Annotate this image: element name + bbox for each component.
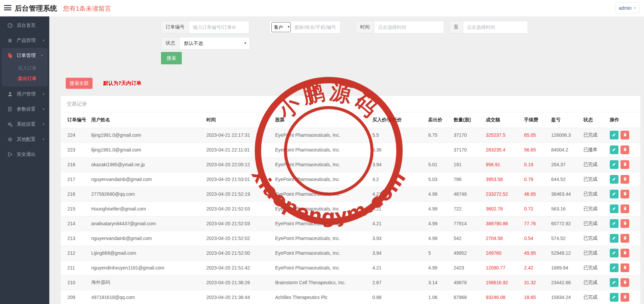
cell-stock: EyePoint Pharmaceuticals, Inc.: [275, 201, 372, 216]
delete-button[interactable]: [621, 263, 629, 272]
cell-status: 已完成: [583, 187, 610, 201]
edit-icon: [612, 265, 616, 271]
delete-icon: [623, 295, 627, 300]
delete-icon: [623, 191, 627, 197]
delete-button[interactable]: [621, 175, 629, 184]
edit-button[interactable]: [610, 190, 619, 198]
cell-qty: 87968: [453, 290, 486, 304]
trade-records-panel: 交易记录 订单编号用户姓名时间股票买入价/委托价卖出价数量(股)成交额手续费盈亏…: [60, 96, 641, 304]
chevron-right-icon: [42, 123, 45, 126]
delete-button[interactable]: [621, 160, 629, 169]
cell-sell: 5: [428, 246, 454, 260]
admin-dropdown[interactable]: admin ▾: [615, 2, 639, 13]
cell-id: 209: [61, 290, 91, 304]
sidebar-subitem-卖出订单[interactable]: 卖出订单: [2, 73, 48, 84]
delete-icon: [623, 162, 627, 167]
column-header: 数量(股): [453, 112, 486, 128]
chevron-down-icon: ▾: [634, 6, 636, 10]
cell-id: 215: [61, 201, 91, 216]
filter-row-1: 订单编号 客户 ▾ 时间 至: [161, 21, 644, 34]
sidebar-item-安全退出[interactable]: 安全退出: [0, 147, 49, 162]
delete-icon: [623, 132, 627, 138]
table-row: 210海外源码2023-04-20 21:38:26Brainstorm Cel…: [61, 275, 640, 290]
svg-text:Ƀ: Ƀ: [8, 38, 12, 43]
cell-name: Huunghiseller@gmail.com: [91, 201, 206, 216]
cell-status: 已完成: [583, 172, 610, 187]
delete-button[interactable]: [621, 131, 629, 139]
customer-type-select[interactable]: 客户: [271, 22, 291, 32]
sidebar-item-系统设置[interactable]: 系统设置: [0, 117, 49, 132]
delete-button[interactable]: [621, 278, 629, 287]
cell-fee: 77.76: [524, 216, 551, 231]
cell-amount: 2704.58: [486, 231, 524, 246]
search-button[interactable]: 搜索: [161, 52, 182, 64]
cell-buy: 2.67: [372, 275, 428, 290]
hamburger-menu-icon[interactable]: [4, 5, 11, 11]
edit-button[interactable]: [610, 249, 619, 257]
edit-button[interactable]: [610, 131, 619, 139]
cell-qty: 191: [453, 157, 486, 172]
cell-qty: 49878: [453, 275, 486, 290]
edit-button[interactable]: [610, 204, 619, 213]
cell-ops: [610, 260, 640, 275]
edit-button[interactable]: [610, 160, 619, 169]
cell-id: 210: [61, 275, 91, 290]
delete-button[interactable]: [621, 249, 629, 257]
time-to-input[interactable]: [463, 21, 530, 33]
filter-row-2: 状态 默认不选 ▾: [161, 37, 644, 50]
search-all-button[interactable]: 搜索全部: [66, 78, 93, 89]
cell-profit: 23442.66: [551, 275, 583, 290]
delete-button[interactable]: [621, 190, 629, 198]
delete-button[interactable]: [621, 293, 629, 302]
delete-button[interactable]: [621, 145, 629, 154]
unread-message-notice[interactable]: 您有1条未读留言: [63, 4, 111, 13]
cell-qty: 46748: [453, 187, 486, 201]
sidebar-item-用户管理[interactable]: 用户管理: [0, 86, 49, 102]
cell-stock: EyePoint Pharmaceuticals, Inc.: [275, 187, 372, 201]
sidebar-item-订单管理[interactable]: 订单管理: [2, 48, 48, 63]
cell-amount: 12090.77: [486, 260, 524, 275]
table-row: 212Lijing668@gmail.com2023-04-20 21:52:0…: [61, 246, 640, 260]
cell-id: 216: [61, 187, 91, 201]
sidebar-subitem-买入订单[interactable]: 买入订单: [2, 63, 48, 73]
sidebar-item-参数设置[interactable]: 参数设置: [0, 102, 49, 117]
cell-status: 已完成: [583, 216, 610, 231]
column-header: 用户姓名: [91, 112, 206, 128]
chevron-right-icon: [42, 138, 45, 141]
edit-button[interactable]: [610, 263, 619, 272]
delete-icon: [623, 236, 627, 241]
cell-ops: [610, 128, 640, 142]
sidebar-item-后台首页[interactable]: 后台首页: [0, 18, 49, 33]
sidebar-item-其他配置[interactable]: 其他配置: [0, 132, 49, 147]
sidebar-item-label: 后台首页: [17, 22, 36, 28]
edit-button[interactable]: [610, 145, 619, 154]
cell-buy: 4.2: [372, 172, 428, 187]
cell-amount: 156616.92: [486, 275, 524, 290]
edit-button[interactable]: [610, 293, 619, 302]
order-number-input[interactable]: [189, 21, 246, 33]
delete-button[interactable]: [621, 234, 629, 243]
chevron-right-icon: [42, 39, 45, 42]
bitcoin-icon: Ƀ: [7, 38, 13, 43]
customer-keyword-input[interactable]: [291, 24, 359, 30]
sidebar-item-label: 安全退出: [17, 151, 36, 158]
delete-button[interactable]: [621, 204, 629, 213]
edit-button[interactable]: [610, 219, 619, 228]
delete-icon: [623, 250, 627, 256]
time-from-input[interactable]: [374, 21, 444, 33]
status-select[interactable]: 默认不选: [180, 37, 250, 49]
cell-qty: 786: [453, 172, 486, 187]
cell-id: 214: [61, 216, 91, 231]
edit-button[interactable]: [610, 278, 619, 287]
edit-button[interactable]: [610, 234, 619, 243]
cell-name: 海外源码: [91, 275, 206, 290]
edit-button[interactable]: [610, 175, 619, 184]
delete-button[interactable]: [621, 219, 629, 228]
cell-id: 213: [61, 231, 91, 246]
cell-stock: Brainstorm Cell Therapeutics, Inc.: [275, 275, 372, 290]
sidebar-item-产品管理[interactable]: Ƀ产品管理: [0, 33, 49, 48]
cell-buy: 3.94: [372, 157, 428, 172]
delete-icon: [623, 280, 627, 285]
cell-sell: 5.01: [428, 157, 454, 172]
cell-time: 2023-04-20 21:53:01: [206, 172, 275, 187]
